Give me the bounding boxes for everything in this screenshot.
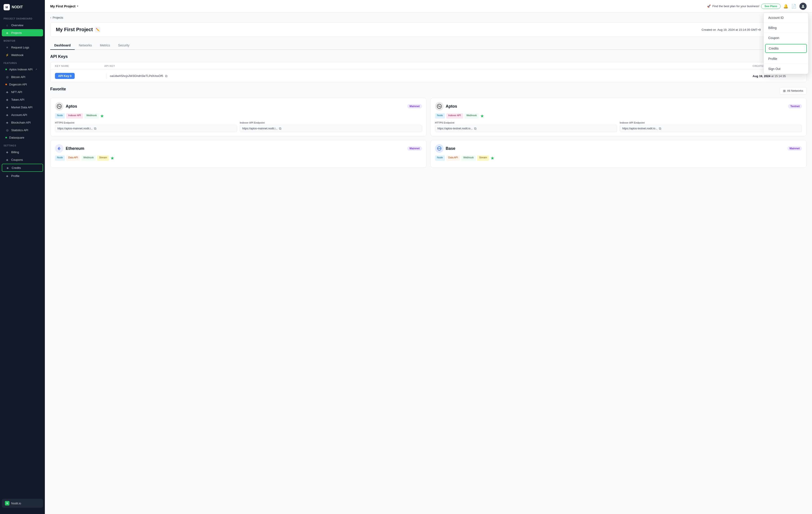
sidebar-item-billing[interactable]: ◈ Billing [2,148,43,155]
webhook-icon: ⚡ [5,53,9,57]
statistics-icon: ◎ [5,128,9,132]
sidebar-item-label: Account API [11,113,27,117]
sidebar-item-label: Overview [11,24,23,27]
network-name-group: Base [435,144,456,153]
tag-data-api: Data API [446,155,460,161]
copy-icon[interactable]: ⧉ [94,126,96,131]
endpoint-value: https://aptos-testnet.nodit.io... ⧉ [620,125,802,132]
notification-bell-icon[interactable]: 🔔 [783,4,788,9]
copy-icon[interactable]: ⧉ [165,74,168,78]
sidebar-item-dogecoin[interactable]: Dogecoin API [2,81,43,88]
avatar[interactable] [800,3,807,10]
sidebar-item-aptos-indexer[interactable]: Aptos Indexer API ↗ [2,66,43,73]
sidebar-item-account[interactable]: ◈ Account API [2,111,43,118]
sidebar-item-request-logs[interactable]: ≡ Request Logs [2,44,43,51]
svg-marker-4 [58,147,59,149]
aptos-mainnet-logo [55,102,63,111]
tag-indexer: Indexer API [66,113,83,119]
tag-node: Node [435,113,445,119]
token-icon: ◈ [5,98,9,102]
star-icon[interactable]: ★ [480,113,484,119]
network-badge: Testnet [788,104,802,109]
sidebar-item-projects[interactable]: ◈ Projects [2,29,43,36]
endpoint-label: Indexer API Endpoint [620,121,802,124]
tag-node: Node [55,155,65,161]
network-name: Aptos [446,104,457,109]
sidebar-item-market-data[interactable]: ◈ Market Data API [2,104,43,111]
tab-networks[interactable]: Networks [75,41,96,50]
sidebar-item-label: Credits [12,166,21,170]
sidebar-item-profile[interactable]: ◈ Profile [2,172,43,179]
network-tags: Node Data API Webhook Stream ★ [55,155,422,161]
created-time: at 15:14:35 [771,75,786,78]
aptos-dot [5,68,7,70]
endpoint-label: HTTPS Endpoint [435,121,617,124]
section-monitor: MONITOR [0,36,45,44]
sidebar-item-token[interactable]: ◈ Token API [2,96,43,103]
sidebar-item-statistics[interactable]: ◎ Statistics API [2,126,43,134]
sidebar-item-webhook[interactable]: ⚡ Webhook [2,51,43,59]
network-card-aptos-mainnet: Aptos Mainnet Node Indexer API Webhook ★… [50,98,427,136]
sidebar-item-nft[interactable]: ◈ NFT API [2,88,43,95]
sidebar-item-label: Datasquare [9,136,24,139]
network-card-ethereum-mainnet: Ethereum Mainnet Node Data API Webhook S… [50,140,427,168]
copy-icon[interactable]: ⧉ [474,126,476,131]
star-icon[interactable]: ★ [100,113,104,119]
sidebar-item-bitcoin[interactable]: ◎ Bitcoin API [2,73,43,81]
section-settings: SETTINGS [0,141,45,148]
page-tabs: Dashboard Networks Metrics Security [50,41,807,50]
col-api-key: API KEY [104,64,753,67]
tab-metrics[interactable]: Metrics [96,41,114,50]
api-key-text: oaUdwHShcjoJW3GhdhSleTLPdXrbsOf5 [110,74,163,78]
star-icon[interactable]: ★ [490,155,494,161]
sidebar-item-coupons[interactable]: ◈ Coupons [2,156,43,163]
see-plans-button[interactable]: See Plans [761,4,781,9]
tab-security[interactable]: Security [114,41,134,50]
breadcrumb-label[interactable]: Projects [53,16,63,19]
coupons-icon: ◈ [5,158,9,162]
edit-project-icon[interactable]: ✏️ [95,27,100,32]
logo-icon: M [4,4,10,10]
network-card-base-mainnet: Base Mainnet Node Data API Webhook Strea… [430,140,807,168]
network-card-aptos-testnet: Aptos Testnet Node Indexer API Webhook ★… [430,98,807,136]
nodit-button[interactable]: N Nodit.io [2,499,43,508]
sidebar-item-overview[interactable]: ⌂ Overview [2,22,43,29]
request-logs-icon: ≡ [5,46,9,49]
project-title: My First Project ✏️ [56,27,100,32]
all-networks-button[interactable]: ⊞ All Networks [780,87,807,94]
network-name-group: Aptos [55,102,77,111]
grid-icon: ⊞ [783,89,786,93]
dropdown-item-billing[interactable]: Billing [764,23,808,33]
card-header: Ethereum Mainnet [55,144,422,153]
sidebar-item-label: Profile [11,174,20,178]
star-icon[interactable]: ★ [110,155,114,161]
svg-marker-3 [59,147,61,149]
dropdown-item-credits[interactable]: Credits [765,44,807,53]
tag-webhook: Webhook [84,113,99,119]
profile-icon: ◈ [5,174,9,178]
network-badge: Mainnet [407,146,422,151]
blockchain-icon: ◈ [5,121,9,124]
dropdown-item-coupon[interactable]: Coupon [764,33,808,43]
network-name-group: Ethereum [55,144,84,153]
dropdown-item-signout[interactable]: Sign Out [764,64,808,74]
sidebar-item-label: Token API [11,98,24,102]
dropdown-item-account-id[interactable]: Account ID [764,13,808,23]
dropdown-item-profile[interactable]: Profile [764,54,808,64]
sidebar-item-credits[interactable]: ◈ Credits [2,164,43,172]
sidebar-item-blockchain[interactable]: ◈ Blockchain API [2,119,43,126]
copy-icon[interactable]: ⧉ [659,126,661,131]
network-name: Ethereum [66,146,84,151]
tag-data-api: Data API [66,155,80,161]
sidebar-item-datasquare[interactable]: Datasquare [2,134,43,141]
indexer-endpoint: Indexer API Endpoint https://aptos-testn… [620,121,802,132]
tab-dashboard[interactable]: Dashboard [50,41,75,50]
tag-indexer: Indexer API [446,113,463,119]
svg-point-0 [802,5,804,6]
endpoint-label: HTTPS Endpoint [55,121,237,124]
project-selector[interactable]: My First Project ▾ [50,4,78,8]
sidebar-item-label: Bitcoin API [11,75,25,79]
sidebar-item-label: Projects [11,31,22,34]
document-icon[interactable]: 📄 [791,4,796,9]
copy-icon[interactable]: ⧉ [279,126,282,131]
